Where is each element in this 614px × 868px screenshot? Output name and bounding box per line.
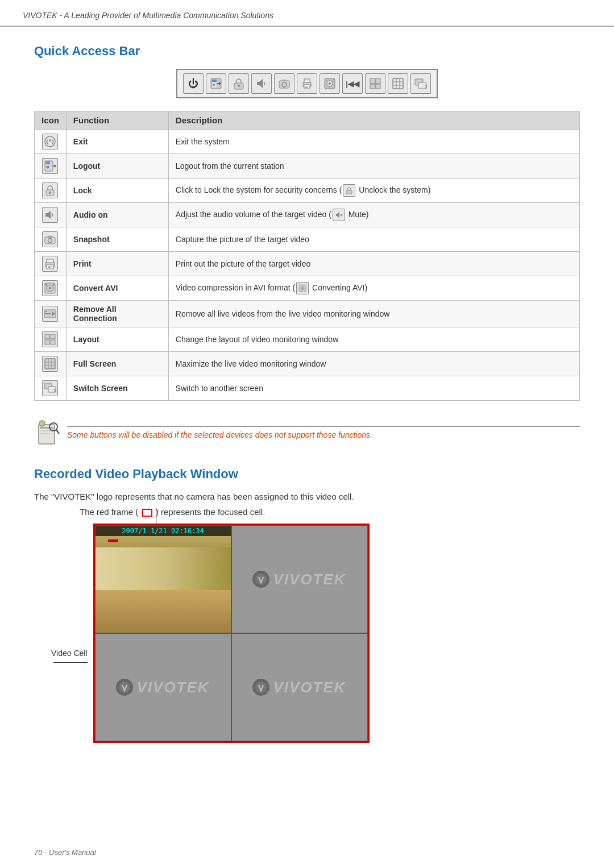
red-frame-text-before: The red frame ( xyxy=(80,507,138,517)
icon-function-table: Icon Function Description ExitExit the s… xyxy=(34,111,580,401)
row-description: Adjust the audio volume of the target vi… xyxy=(168,203,579,227)
video-grid: 2007/1 1/21 02:16:34 VIVOTEK xyxy=(93,524,370,743)
vivotek-logo-icon-1 xyxy=(252,571,269,588)
vivotek-text-1: VIVOTEK xyxy=(273,571,346,588)
table-row: Convert AVIVideo compression in AVI form… xyxy=(35,276,580,301)
row-description: Switch to another screen xyxy=(168,376,579,401)
row-icon-cell xyxy=(35,276,67,301)
row-icon-cell xyxy=(35,301,67,327)
camera-floor xyxy=(96,590,231,633)
camera-rec-indicator xyxy=(108,539,118,542)
video-label-area: Video Cell xyxy=(51,524,93,663)
row-icon xyxy=(42,356,58,372)
svg-rect-51 xyxy=(47,259,53,263)
row-icon xyxy=(42,182,58,198)
camera-view: 2007/1 1/21 02:16:34 xyxy=(96,526,231,633)
video-grid-wrapper: Video Cell 2007/1 1/21 02:16:34 xyxy=(34,524,580,743)
row-description: Exit the system xyxy=(168,130,579,154)
row-icon-cell xyxy=(35,203,67,227)
table-row: Switch ScreenSwitch to another screen xyxy=(35,376,580,401)
row-icon xyxy=(42,331,58,347)
col-header-icon: Icon xyxy=(35,111,67,130)
label-line xyxy=(53,662,88,663)
note-text: Some buttons will be disabled if the sel… xyxy=(67,430,580,439)
row-function: Snapshot xyxy=(66,227,168,252)
svg-rect-70 xyxy=(51,340,55,344)
row-icon-cell xyxy=(35,252,67,276)
svg-rect-26 xyxy=(393,78,403,89)
page-footer: 70 - User's Manual xyxy=(34,848,96,857)
svg-line-84 xyxy=(56,430,59,434)
row-icon-cell xyxy=(35,327,67,352)
svg-rect-81 xyxy=(40,433,50,434)
quick-access-toolbar: ⏻ |◀◀ xyxy=(176,69,438,98)
table-row: Audio onAdjust the audio volume of the t… xyxy=(35,203,580,227)
svg-rect-36 xyxy=(45,161,50,164)
svg-rect-25 xyxy=(376,84,380,89)
row-icon-cell xyxy=(35,227,67,252)
toolbar-remove-all-icon[interactable]: |◀◀ xyxy=(342,73,363,94)
toolbar-lock-icon[interactable] xyxy=(229,73,249,94)
toolbar-audio-icon[interactable] xyxy=(251,73,272,94)
svg-rect-16 xyxy=(305,87,308,88)
main-content: Quick Access Bar ⏻ xyxy=(0,27,614,766)
red-frame-text-after: ) represents the focused cell. xyxy=(156,507,265,517)
inline-lock-icon xyxy=(343,184,355,197)
inline-avi-icon xyxy=(296,282,309,294)
svg-marker-39 xyxy=(55,164,56,168)
vivotek-logo-icon-3 xyxy=(252,679,269,696)
svg-marker-44 xyxy=(336,212,339,218)
table-header-row: Icon Function Description xyxy=(35,111,580,130)
svg-rect-15 xyxy=(305,86,309,86)
svg-rect-54 xyxy=(48,267,51,268)
svg-point-82 xyxy=(39,421,45,426)
vivotek-logo-icon-2 xyxy=(116,679,133,696)
svg-rect-71 xyxy=(45,359,55,369)
toolbar-layout-icon[interactable] xyxy=(365,73,385,94)
toolbar-switch-screen-icon[interactable] xyxy=(410,73,431,94)
toolbar-container: ⏻ |◀◀ xyxy=(34,69,580,98)
row-icon-cell xyxy=(35,154,67,178)
recorded-video-title: Recorded Video Playback Window xyxy=(34,467,580,481)
table-row: Full ScreenMaximize the live video monit… xyxy=(35,352,580,376)
page-header: VIVOTEK - A Leading Provider of Multimed… xyxy=(0,0,614,27)
toolbar-convert-avi-icon[interactable] xyxy=(320,73,340,94)
quick-access-bar-title: Quick Access Bar xyxy=(34,44,580,59)
toolbar-snapshot-icon[interactable] xyxy=(274,73,294,94)
svg-rect-24 xyxy=(370,84,375,89)
svg-point-7 xyxy=(238,85,240,87)
camera-timestamp: 2007/1 1/21 02:16:34 xyxy=(96,526,231,536)
header-tagline: VIVOTEK - A Leading Provider of Multimed… xyxy=(23,11,273,20)
row-description: Remove all live videos from the live vid… xyxy=(168,301,579,327)
row-function: Print xyxy=(66,252,168,276)
svg-point-41 xyxy=(49,192,51,194)
svg-point-19 xyxy=(329,82,331,85)
page-number: 70 - User's Manual xyxy=(34,848,96,857)
video-cell-top-right: VIVOTEK xyxy=(231,525,368,633)
video-cell-label: Video Cell xyxy=(51,649,88,658)
row-function: Exit xyxy=(66,130,168,154)
arrow-pointer xyxy=(156,508,156,524)
table-row: SnapshotCapture the picture of the targe… xyxy=(35,227,580,252)
svg-rect-67 xyxy=(45,334,49,339)
note-divider xyxy=(67,426,580,427)
svg-rect-23 xyxy=(376,78,380,84)
row-function: Logout xyxy=(66,154,168,178)
toolbar-print-icon[interactable] xyxy=(297,73,317,94)
row-description: Logout from the current station xyxy=(168,154,579,178)
row-description: Click to Lock the system for security co… xyxy=(168,178,579,203)
svg-point-59 xyxy=(53,284,55,286)
toolbar-logout-icon[interactable] xyxy=(206,73,226,94)
row-description: Video compression in AVI format ( Conver… xyxy=(168,276,579,301)
note-section: Some buttons will be disabled if the sel… xyxy=(34,418,580,450)
toolbar-fullscreen-icon[interactable] xyxy=(388,73,408,94)
toolbar-exit-icon[interactable]: ⏻ xyxy=(183,73,204,94)
svg-rect-13 xyxy=(304,79,310,82)
svg-marker-8 xyxy=(257,79,263,88)
svg-rect-53 xyxy=(48,266,52,267)
row-icon-cell xyxy=(35,178,67,203)
vivotek-logo-2: VIVOTEK xyxy=(116,679,209,696)
svg-rect-11 xyxy=(282,80,287,81)
svg-rect-69 xyxy=(45,340,49,344)
table-row: PrintPrint out the picture of the target… xyxy=(35,252,580,276)
